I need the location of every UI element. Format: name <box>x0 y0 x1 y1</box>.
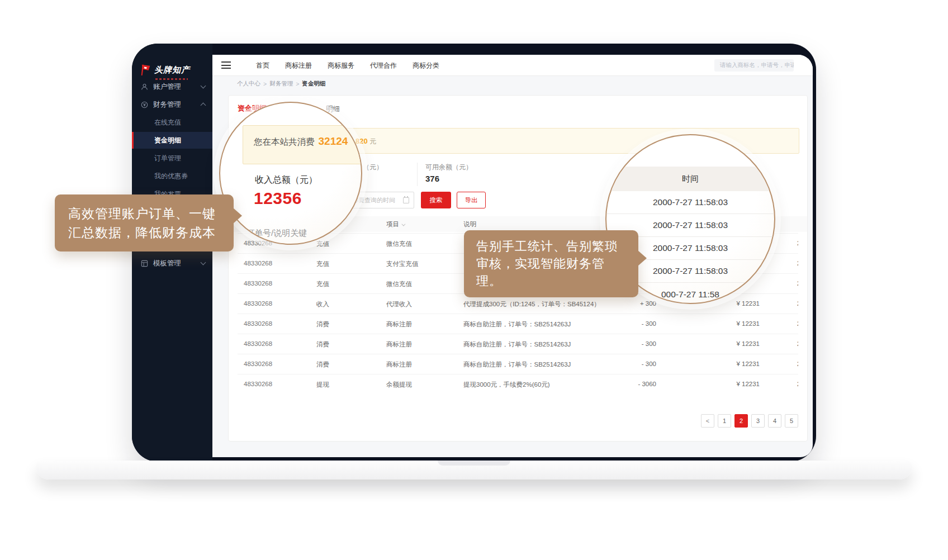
cell-amount: - 300 <box>642 340 656 347</box>
cell-type: 充值 <box>316 240 329 248</box>
topnav-item-0[interactable]: 首页 <box>256 61 269 70</box>
callout-arrow-icon <box>233 208 242 224</box>
page-button-4[interactable]: 4 <box>768 414 781 428</box>
column-header-project[interactable]: 项目 <box>386 220 404 229</box>
magnified-banner-prefix: 您在本站共消费 <box>254 136 315 148</box>
export-button[interactable]: 导出 <box>457 192 486 208</box>
cell-balance: ¥ 12231 <box>736 300 760 307</box>
page-button-2[interactable]: 2 <box>734 414 748 428</box>
search-placeholder: 请输入商标名，申请号，申请人 <box>720 61 794 69</box>
banner-amount-fragment: 820 <box>356 137 368 145</box>
breadcrumb: 个人中心 > 财务管理 > 资金明细 <box>212 76 813 92</box>
cell-order: 48330268 <box>244 260 272 267</box>
cell-desc: 提现3000元，手续费2%(60元) <box>463 381 550 389</box>
cell-project: 微信充值 <box>386 240 412 248</box>
sidebar-item-finance[interactable]: 财务管理 <box>132 96 212 113</box>
cell-project: 微信充值 <box>386 280 412 288</box>
page-button-1[interactable]: 1 <box>718 414 731 428</box>
sidebar: 头牌知产 账户管理 财务管理 <box>132 44 212 462</box>
chevron-down-icon <box>201 260 206 265</box>
cell-balance: ¥ 12231 <box>736 360 760 367</box>
callout-line: 审核，实现智能财务管 <box>476 255 626 272</box>
page-button-5[interactable]: 5 <box>785 414 798 428</box>
logo-text: 头牌知产 <box>154 65 190 75</box>
cell-amount: + 300 <box>640 300 656 307</box>
top-navigation: 首页商标注册商标服务代理合作商标分类 <box>256 55 455 76</box>
cell-order: 48330268 <box>244 381 272 387</box>
user-icon <box>141 83 148 91</box>
cell-time: 2 <box>797 360 798 367</box>
hamburger-menu-icon[interactable] <box>221 61 231 69</box>
cell-desc: 代理提成300元（ID:1245，订单号：SB45124） <box>463 300 600 309</box>
cell-order: 48330268 <box>244 340 272 347</box>
search-button[interactable]: 搜索 <box>421 192 451 208</box>
stat-divider <box>417 163 418 186</box>
template-icon <box>141 260 148 267</box>
banner-tail-text: 820 元 <box>356 137 376 146</box>
laptop-base-notch <box>438 461 510 466</box>
magnified-banner-text: 您在本站共消费 32124 <box>254 135 348 148</box>
stat-available-value: 376 <box>425 174 439 183</box>
cell-type: 提现 <box>316 381 329 389</box>
cell-time: 2 <box>797 300 798 307</box>
cell-balance: ¥ 12231 <box>736 320 760 327</box>
topnav-item-2[interactable]: 商标服务 <box>328 61 354 70</box>
cell-project: 商标注册 <box>386 340 412 349</box>
sidebar-item-account[interactable]: 账户管理 <box>132 78 212 95</box>
calendar-icon <box>403 197 409 203</box>
sidebar-subitem-1[interactable]: 资金明细 <box>132 132 212 149</box>
callout-left: 高效管理账户订单、一键汇总数据，降低财务成本 <box>55 194 234 251</box>
sidebar-item-label: 账户管理 <box>153 82 181 92</box>
page-button-3[interactable]: 3 <box>751 414 765 428</box>
search-input[interactable]: 请输入商标名，申请号，申请人 <box>714 59 794 72</box>
cell-order: 48330268 <box>244 320 272 327</box>
breadcrumb-item[interactable]: 财务管理 <box>269 80 293 88</box>
cell-balance: ¥ 12231 <box>736 340 760 347</box>
stat-mid-label-fragment: （元） <box>363 163 383 172</box>
cell-amount: - 300 <box>642 320 656 327</box>
magnified-time-row: 2000-7-27 11:58:03 <box>606 191 774 214</box>
banner-unit: 元 <box>369 137 376 145</box>
laptop-base <box>36 461 912 480</box>
cell-project: 余额提现 <box>386 381 412 389</box>
topnav-item-4[interactable]: 商标分类 <box>413 61 439 70</box>
topnav-item-1[interactable]: 商标注册 <box>285 61 312 70</box>
cell-time: 2 <box>797 381 798 387</box>
callout-arrow-icon <box>638 250 647 266</box>
sort-caret-icon <box>401 222 405 226</box>
logo[interactable]: 头牌知产 <box>140 64 190 76</box>
callout-line: 高效管理账户订单、一键 <box>68 204 220 223</box>
pagination: <12345 <box>698 414 798 428</box>
stat-available-label: 可用余额（元） <box>425 163 472 172</box>
sidebar-item-label: 财务管理 <box>153 100 181 110</box>
cell-project: 商标注册 <box>386 320 412 329</box>
cell-type: 消费 <box>316 360 329 369</box>
cell-desc: 商标自助注册，订单号：SB2514263J <box>463 340 571 349</box>
brand-flag-icon <box>140 64 152 76</box>
cell-time: 2 <box>797 260 798 267</box>
cell-type: 充值 <box>316 260 329 268</box>
sidebar-subitem-2[interactable]: 订单管理 <box>132 150 212 167</box>
stage: 头牌知产 账户管理 财务管理 <box>0 0 948 560</box>
breadcrumb-item-current: 资金明细 <box>302 80 325 88</box>
table-row: 48330268消费商标注册商标自助注册，订单号：SB2514263J- 300… <box>238 334 798 354</box>
cell-desc: 商标自助注册，订单号：SB2514263J <box>463 320 571 329</box>
page-prev-button[interactable]: < <box>701 414 714 428</box>
magnified-banner-amount: 32124 <box>319 135 348 148</box>
cell-time: 2 <box>797 320 798 327</box>
callout-line: 理。 <box>476 272 626 290</box>
table-row: 48330268消费商标注册商标自助注册，订单号：SB2514263J- 300… <box>238 314 798 334</box>
breadcrumb-item[interactable]: 个人中心 <box>237 80 260 88</box>
cell-desc: 商标自助注册，订单号：SB2514263J <box>463 360 571 369</box>
sidebar-item-template[interactable]: 模板管理 <box>132 255 212 272</box>
cell-type: 充值 <box>316 280 329 288</box>
sidebar-subitem-3[interactable]: 我的优惠券 <box>132 168 212 184</box>
chevron-up-icon <box>201 103 206 108</box>
breadcrumb-separator: > <box>263 80 267 87</box>
cell-project: 代理收入 <box>386 300 412 309</box>
cell-type: 消费 <box>316 320 329 329</box>
sidebar-subitem-0[interactable]: 在线充值 <box>132 114 212 131</box>
cell-project: 支付宝充值 <box>386 260 419 268</box>
topnav-item-3[interactable]: 代理合作 <box>370 61 397 70</box>
column-header-desc: 说明 <box>463 220 476 229</box>
